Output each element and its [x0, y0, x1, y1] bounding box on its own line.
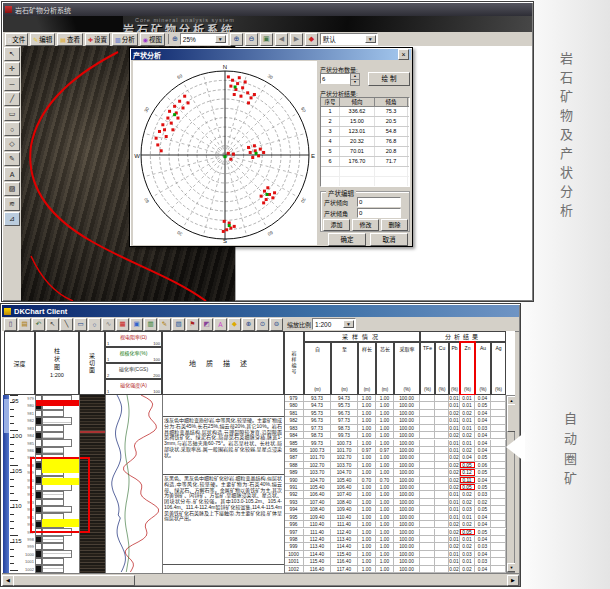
table-vscrollbar[interactable]: ▲ ▼ — [506, 395, 515, 573]
sample-id-label: 986 — [27, 447, 34, 454]
data-cell: 0.02 — [449, 432, 460, 438]
palette-tool-button[interactable]: ↖ — [4, 47, 20, 61]
data-cell: 104.70 — [331, 469, 358, 475]
palette-tool-button[interactable]: ○ — [4, 122, 20, 136]
table-row: 98498.7399.731.001.00100.000.020.020.04 — [284, 432, 506, 439]
open-icon[interactable]: ▤ — [18, 318, 31, 331]
new-icon[interactable]: ▯ — [4, 318, 17, 331]
zoom-level-combo[interactable]: 25%▼ — [180, 33, 228, 45]
zoom-region-icon[interactable]: ⊙ — [256, 318, 269, 331]
palette-tool-button[interactable]: ✎ — [4, 152, 20, 166]
data-cell: 0.01 — [449, 514, 460, 520]
left-scroll-slider[interactable] — [4, 399, 9, 433]
prev-icon[interactable]: ◀ — [275, 33, 288, 46]
ellipse-icon[interactable]: ○ — [88, 318, 101, 331]
table-row: 1001115.40116.401.001.00100.000.010.010.… — [284, 558, 506, 565]
data-cell: 1.00 — [358, 484, 376, 490]
left-scroll-strip[interactable] — [3, 395, 9, 573]
data-cell: 0.02 — [449, 410, 460, 416]
scheme-combo[interactable]: 默认▼ — [320, 33, 378, 45]
palette-tool-button[interactable]: ▭ — [4, 107, 20, 121]
toolbar-button[interactable]: ✚设置 — [85, 33, 110, 46]
edit-icon[interactable]: ✎ — [158, 318, 171, 331]
edit-action-button[interactable]: 删除 — [381, 219, 408, 231]
data-cell: 987 — [284, 454, 304, 460]
data-cell: 1.00 — [376, 402, 394, 408]
count-input[interactable] — [320, 73, 350, 84]
palette-tool-button[interactable]: ─ — [4, 77, 20, 91]
toolbar-button[interactable]: ▯文件 — [5, 33, 28, 46]
data-cell: 116.40 — [304, 566, 331, 572]
curve-icon[interactable]: ∿ — [102, 318, 115, 331]
rect-icon[interactable]: ▭ — [74, 318, 87, 331]
data-cell — [420, 543, 435, 549]
hscrollbar[interactable]: ◀ ▶ — [2, 573, 519, 585]
edit-action-button[interactable]: 添加 — [323, 219, 350, 231]
scroll-down-arrow[interactable]: ▼ — [507, 563, 515, 572]
palette-tool-button[interactable]: ╱ — [4, 92, 20, 106]
dip-direction-input[interactable] — [357, 197, 401, 207]
flag-icon[interactable]: ⚑ — [186, 318, 199, 331]
dip-angle-input[interactable] — [357, 208, 401, 218]
data-cell: 0.04 — [475, 395, 491, 401]
palette-icon[interactable]: ◩ — [200, 318, 213, 331]
chart-icon[interactable]: ▥ — [144, 318, 157, 331]
edit-action-button[interactable]: 修改 — [352, 219, 379, 231]
scroll-slider[interactable] — [507, 404, 515, 432]
combo-arrow-icon[interactable]: ▼ — [365, 35, 376, 43]
marker-icon[interactable]: ◆ — [305, 33, 318, 46]
zoom-in-icon[interactable]: ⊕ — [242, 318, 255, 331]
zoom-out-icon[interactable]: ⊖ — [245, 33, 258, 46]
plot-button[interactable]: 绘 制 — [368, 72, 410, 86]
ok-button[interactable]: 确定 — [328, 233, 366, 246]
palette-tool-button[interactable]: ▨ — [4, 182, 20, 196]
palette-tool-button[interactable]: ≋ — [4, 197, 20, 211]
palette-tool-button[interactable]: ◇ — [4, 137, 20, 151]
dialog-title: 产状分析 — [133, 50, 398, 60]
combo-arrow-icon[interactable]: ▼ — [343, 320, 354, 328]
data-cell: 100.00 — [394, 536, 420, 542]
next-icon[interactable]: ▶ — [290, 33, 303, 46]
table-icon[interactable]: ▧ — [172, 318, 185, 331]
data-cell — [435, 410, 449, 416]
color-grid-icon[interactable]: ▦ — [116, 318, 129, 331]
data-cell: 1.00 — [358, 499, 376, 505]
data-cell: 97.73 — [304, 425, 331, 431]
pointer-icon[interactable]: ↖ — [46, 318, 59, 331]
scroll-right-arrow[interactable]: ▶ — [507, 575, 519, 586]
dip-angle-label: 产状倾角 — [324, 209, 348, 218]
toolbar-button[interactable]: ▤查看 — [57, 33, 83, 46]
count-spin-down[interactable]: ▼ — [350, 79, 360, 86]
data-cell: 112.40 — [304, 536, 331, 542]
scale-combo[interactable]: 1:200▼ — [312, 318, 356, 330]
data-cell — [491, 477, 506, 483]
data-cell: 100.00 — [394, 566, 420, 572]
undo-icon[interactable]: ↶ — [32, 318, 45, 331]
scroll-slider[interactable] — [13, 575, 135, 586]
fit-window-icon[interactable]: ▣ — [260, 33, 273, 46]
data-cell: 108.40 — [304, 506, 331, 512]
palette-tool-button[interactable]: A — [4, 167, 20, 181]
data-cell — [491, 521, 506, 527]
line-icon[interactable]: ╲ — [60, 318, 73, 331]
sample-id-label: 983 — [27, 425, 34, 432]
toolbar-button[interactable]: ✎编辑 — [30, 33, 55, 46]
dialog-close-button[interactable]: × — [398, 49, 409, 60]
result-cell: 15.00 — [340, 117, 375, 126]
data-cell: 105.40 — [304, 484, 331, 490]
palette-tool-button[interactable]: ⊿ — [4, 212, 20, 226]
toolbar-button[interactable]: ◉视图 — [140, 33, 165, 46]
star-icon[interactable]: ◆ — [228, 318, 241, 331]
text-icon[interactable]: A — [214, 318, 227, 331]
toolbar-button[interactable]: ▥分析 — [112, 33, 138, 46]
data-cell: 990 — [284, 477, 304, 483]
combo-arrow-icon[interactable]: ▼ — [215, 35, 226, 43]
palette-tool-button[interactable]: ✛ — [4, 62, 20, 76]
bottom-toolbar: ▯▤↶↖╲▭○∿▦▣▥✎▧⚑◩A◆⊕⊙⊖ 缩放比例 1:200▼ — [2, 317, 519, 332]
save-icon[interactable]: ▣ — [130, 318, 143, 331]
zoom-out-icon[interactable]: ⊖ — [270, 318, 283, 331]
zoom-in-icon[interactable]: ⊕ — [230, 33, 243, 46]
data-cell: 0.01 — [460, 395, 475, 401]
mineral-analysis-window: 岩石矿物分析系统 Core mineral analysis system 岩石… — [1, 1, 534, 302]
cancel-button[interactable]: 取消 — [370, 233, 408, 246]
